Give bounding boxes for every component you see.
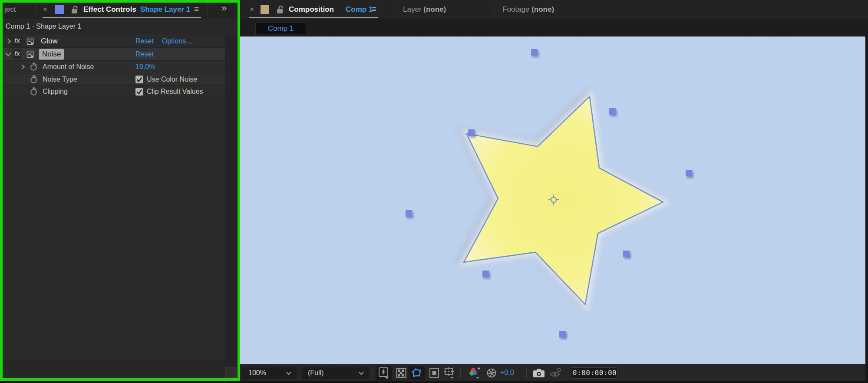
stopwatch-icon[interactable]	[30, 63, 38, 72]
rgb-channels-icon	[468, 366, 481, 380]
toolbar-separator	[526, 368, 527, 378]
resolution-dropdown[interactable]: (Full)	[302, 367, 369, 379]
layer-selection-handle[interactable]	[468, 129, 475, 136]
project-tab-fragment[interactable]: ject	[4, 5, 16, 14]
lightning-icon	[378, 367, 389, 379]
current-time-display[interactable]: 0:00:00:00	[572, 367, 617, 379]
breadcrumb-text: Comp 1 · Shape Layer 1	[6, 23, 81, 30]
chevron-down-icon	[286, 371, 292, 376]
close-icon[interactable]: ×	[250, 5, 254, 14]
panel-color-swatch	[55, 5, 64, 14]
mask-path-visibility-button[interactable]	[409, 366, 425, 380]
tab-separator	[393, 5, 393, 14]
clip-result-values-checkbox[interactable]	[135, 88, 143, 96]
exposure-value[interactable]: +0,0	[500, 369, 514, 376]
checkbox-label: Clip Result Values	[147, 88, 203, 96]
fast-previews-button[interactable]	[376, 366, 392, 380]
checkerboard-icon	[396, 368, 406, 378]
breadcrumb: Comp 1 · Shape Layer 1	[3, 19, 238, 34]
mask-shape-icon	[411, 368, 422, 378]
anchor-point-icon[interactable]	[548, 194, 559, 205]
effect-controls-target-layer[interactable]: Shape Layer 1	[140, 5, 190, 14]
composition-tab-title[interactable]: Composition	[289, 5, 334, 14]
scrollbar-track[interactable]	[225, 35, 238, 378]
effect-row-noise[interactable]: fx Noise Reset	[3, 48, 225, 61]
reset-link[interactable]: Reset	[135, 37, 154, 45]
toolbar-separator	[460, 368, 461, 378]
stopwatch-icon[interactable]	[30, 87, 38, 96]
property-name: Amount of Noise	[43, 63, 94, 71]
composition-viewport[interactable]	[240, 36, 868, 364]
layer-selection-handle[interactable]	[559, 331, 566, 337]
tab-separator	[208, 3, 208, 15]
region-of-interest-button[interactable]	[426, 366, 442, 380]
effect-row-glow[interactable]: fx Glow Reset Options…	[3, 35, 225, 48]
checkmark-icon	[135, 88, 143, 96]
layer-selection-handle[interactable]	[482, 271, 489, 277]
aperture-icon	[486, 367, 497, 379]
magnification-dropdown[interactable]: 100%	[242, 367, 297, 379]
chevron-right-icon[interactable]	[6, 38, 12, 44]
property-row-amount-of-noise[interactable]: Amount of Noise 19,0%	[3, 61, 225, 73]
property-row-clipping[interactable]: Clipping Clip Result Values	[3, 86, 225, 98]
channel-settings-button[interactable]	[466, 366, 483, 380]
panel-color-swatch	[261, 5, 269, 14]
take-snapshot-button[interactable]	[531, 366, 547, 380]
composition-panel: × Composition Comp 1 ≡ Layer (none) Foot…	[240, 0, 868, 383]
options-link[interactable]: Options…	[162, 37, 193, 45]
window-edge	[865, 36, 868, 383]
chevron-right-icon[interactable]	[20, 64, 26, 70]
stopwatch-icon[interactable]	[30, 75, 38, 84]
layer-selection-handle[interactable]	[623, 251, 630, 257]
checkbox-label: Use Color Noise	[147, 76, 197, 83]
property-name: Clipping	[43, 88, 68, 96]
use-color-noise-checkbox[interactable]	[135, 76, 143, 83]
effect-name-selected[interactable]: Noise	[39, 49, 64, 59]
tab-suffix: (none)	[423, 5, 446, 13]
effect-controls-tab-title[interactable]: Effect Controls	[83, 5, 136, 14]
effect-controls-tabbar: ject × Effect Controls Shape Layer 1 ≡ »	[0, 0, 240, 19]
show-snapshot-button[interactable]	[548, 366, 564, 380]
composition-target-comp[interactable]: Comp 1	[346, 5, 373, 14]
fx-toggle[interactable]: fx	[13, 50, 21, 59]
layer-selection-handle[interactable]	[686, 170, 692, 176]
panel-overflow-icon[interactable]: »	[221, 3, 227, 14]
active-tab-underline	[249, 17, 378, 18]
panel-resize-grip[interactable]	[225, 367, 237, 378]
chevron-down-icon[interactable]	[5, 51, 12, 57]
tab-footage[interactable]: Footage (none)	[502, 5, 554, 14]
tab-layer[interactable]: Layer (none)	[403, 5, 446, 14]
region-of-interest-icon	[429, 368, 439, 378]
camera-icon	[532, 368, 545, 378]
tab-label: Layer	[403, 5, 422, 13]
panel-menu-icon[interactable]: ≡	[372, 4, 376, 14]
effect-name[interactable]: Glow	[41, 37, 58, 46]
property-value[interactable]: 19,0%	[135, 63, 155, 71]
close-icon[interactable]: ×	[43, 5, 47, 14]
grid-guides-icon	[443, 366, 456, 380]
transparency-grid-button[interactable]	[393, 366, 409, 380]
toolbar-separator	[567, 368, 567, 378]
panel-empty-area	[3, 98, 225, 360]
panel-menu-icon[interactable]: ≡	[194, 4, 199, 14]
grid-guide-options-button[interactable]	[441, 366, 458, 380]
layer-selection-handle[interactable]	[609, 108, 616, 115]
property-name: Noise Type	[43, 76, 77, 83]
fx-toggle[interactable]: fx	[13, 36, 21, 46]
reset-link[interactable]: Reset	[135, 50, 154, 58]
layer-selection-handle[interactable]	[406, 210, 412, 217]
layer-selection-handle[interactable]	[531, 49, 538, 56]
snapshot-eye-icon	[549, 367, 562, 379]
viewer-toolbar: 100% (Full)	[240, 364, 868, 381]
unlock-icon[interactable]	[276, 5, 284, 14]
effect-controls-panel: ject × Effect Controls Shape Layer 1 ≡ »…	[0, 0, 240, 381]
viewer-tab-strip: Comp 1	[240, 19, 868, 36]
unlock-icon[interactable]	[71, 5, 79, 14]
effect-icon	[26, 37, 35, 46]
viewer-tab-comp1[interactable]: Comp 1	[255, 23, 306, 34]
property-row-noise-type[interactable]: Noise Type Use Color Noise	[3, 73, 225, 86]
composition-tabbar: × Composition Comp 1 ≡ Layer (none) Foot…	[240, 0, 868, 19]
tab-suffix: (none)	[531, 5, 554, 13]
reset-exposure-button[interactable]	[483, 366, 500, 380]
effect-icon	[26, 50, 35, 59]
